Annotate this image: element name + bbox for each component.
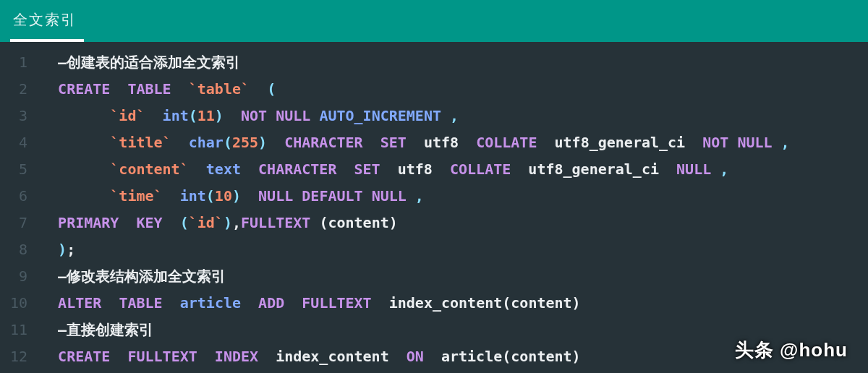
line-number: 8 [0,236,27,263]
line-number: 4 [0,129,27,156]
code-line[interactable]: `id` int(11) NOT NULL AUTO_INCREMENT , [41,103,868,129]
code-line[interactable]: –创建表的适合添加全文索引 [41,49,868,76]
line-number: 11 [0,317,27,343]
line-number: 3 [0,103,27,129]
code-line[interactable]: `title` char(255) CHARACTER SET utf8 COL… [41,129,868,156]
line-number: 6 [0,183,27,210]
code-line[interactable]: ALTER TABLE article ADD FULLTEXT index_c… [41,290,868,317]
watermark: 头条 @hohu [735,338,848,363]
code-line[interactable]: –修改表结构添加全文索引 [41,263,868,290]
code-editor[interactable]: 123456789101112 –创建表的适合添加全文索引 CREATE TAB… [0,42,868,370]
line-number-gutter: 123456789101112 [0,49,41,370]
line-number: 5 [0,156,27,183]
code-area[interactable]: –创建表的适合添加全文索引 CREATE TABLE `table` ( `id… [41,49,868,370]
line-number: 9 [0,263,27,290]
code-line[interactable]: PRIMARY KEY (`id`),FULLTEXT (content) [41,210,868,236]
editor-header: 全文索引 [0,0,868,42]
line-number: 10 [0,290,27,317]
line-number: 2 [0,76,27,103]
code-line[interactable]: `content` text CHARACTER SET utf8 COLLAT… [41,156,868,183]
code-line[interactable]: ); [41,236,868,263]
tab-fulltext-index[interactable]: 全文索引 [10,0,84,42]
line-number: 7 [0,210,27,236]
line-number: 12 [0,343,27,370]
line-number: 1 [0,49,27,76]
code-line[interactable]: CREATE TABLE `table` ( [41,76,868,103]
code-line[interactable]: `time` int(10) NULL DEFAULT NULL , [41,183,868,210]
